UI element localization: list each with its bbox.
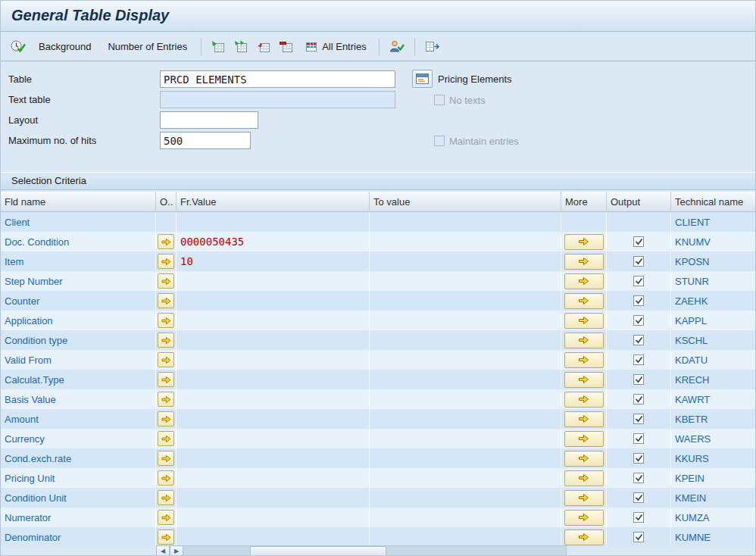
output-checkbox[interactable] xyxy=(633,374,644,385)
output-checkbox[interactable] xyxy=(633,315,644,326)
more-button[interactable] xyxy=(564,431,604,447)
number-of-entries-button[interactable]: Number of Entries xyxy=(101,37,194,56)
more-button[interactable] xyxy=(564,333,604,348)
output-checkbox[interactable] xyxy=(633,473,644,483)
scrollbar-thumb[interactable] xyxy=(250,546,386,556)
technical-name-link[interactable]: KAPPL xyxy=(675,315,707,326)
technical-name-link[interactable]: KPOSN xyxy=(675,256,710,267)
more-button[interactable] xyxy=(564,352,604,368)
more-button[interactable] xyxy=(564,470,604,486)
output-checkbox[interactable] xyxy=(633,256,644,267)
background-button[interactable]: Background xyxy=(32,37,98,56)
technical-name-link[interactable]: KPEIN xyxy=(675,473,704,484)
multiple-selection-button[interactable] xyxy=(158,313,174,328)
technical-name-link[interactable]: KMEIN xyxy=(675,492,706,504)
execute-button[interactable] xyxy=(7,36,29,56)
field-name-link[interactable]: Denominator xyxy=(5,532,61,543)
output-checkbox[interactable] xyxy=(633,355,644,365)
layout-input[interactable] xyxy=(160,111,258,129)
field-name-link[interactable]: Pricing Unit xyxy=(5,473,55,484)
output-checkbox[interactable] xyxy=(633,512,644,523)
multiple-selection-button[interactable] xyxy=(158,431,174,446)
multiple-selection-button[interactable] xyxy=(158,273,174,289)
select-all-icon[interactable] xyxy=(208,38,228,55)
field-name-link[interactable]: Basis Value xyxy=(5,394,56,405)
column-header-technical[interactable]: Technical name xyxy=(671,192,756,211)
technical-name-link[interactable]: KRECH xyxy=(675,374,710,386)
multiple-selection-button[interactable] xyxy=(158,392,174,407)
more-button[interactable] xyxy=(564,254,604,270)
output-checkbox[interactable] xyxy=(633,276,644,286)
multiple-selection-button[interactable] xyxy=(158,254,174,269)
output-checkbox[interactable] xyxy=(633,295,644,306)
scroll-right-button[interactable]: ▶ xyxy=(170,545,183,556)
scrollbar-track[interactable] xyxy=(183,545,567,556)
output-checkbox[interactable] xyxy=(633,236,644,247)
table-input[interactable] xyxy=(160,70,395,88)
field-name-link[interactable]: Amount xyxy=(5,414,39,425)
technical-name-link[interactable]: KSCHL xyxy=(675,335,708,346)
multiple-selection-button[interactable] xyxy=(158,352,174,367)
field-name-link[interactable]: Step Number xyxy=(5,276,63,287)
output-checkbox[interactable] xyxy=(633,492,644,503)
multiple-selection-button[interactable] xyxy=(158,451,174,466)
technical-name-link[interactable]: KKURS xyxy=(675,453,709,464)
multiple-selection-button[interactable] xyxy=(158,490,174,505)
technical-name-link[interactable]: KUMNE xyxy=(675,532,711,543)
max-hits-input[interactable] xyxy=(160,132,251,149)
from-value[interactable]: 0000050435 xyxy=(180,236,244,248)
field-name-link[interactable]: Valid From xyxy=(5,355,52,366)
output-checkbox[interactable] xyxy=(633,394,644,405)
field-name-link[interactable]: Currency xyxy=(5,433,45,445)
column-header-to[interactable]: To value xyxy=(370,192,561,211)
multiple-selection-button[interactable] xyxy=(158,411,174,426)
multiple-selection-button[interactable] xyxy=(158,510,174,525)
more-button[interactable] xyxy=(564,293,604,309)
technical-name-link[interactable]: KBETR xyxy=(675,414,708,425)
output-checkbox[interactable] xyxy=(633,433,644,444)
multiple-selection-button[interactable] xyxy=(158,470,174,486)
multiple-selection-button[interactable] xyxy=(158,293,174,308)
more-button[interactable] xyxy=(564,392,604,408)
user-settings-button[interactable] xyxy=(386,37,408,55)
field-name-link[interactable]: Condition type xyxy=(5,335,67,346)
output-checkbox[interactable] xyxy=(633,414,644,424)
scroll-left-button[interactable]: ◀ xyxy=(156,545,170,556)
field-name-link[interactable]: Item xyxy=(5,256,23,267)
more-button[interactable] xyxy=(564,372,604,388)
multiple-selection-button[interactable] xyxy=(158,372,174,387)
multiple-selection-button[interactable] xyxy=(158,333,174,348)
all-entries-button[interactable]: All Entries xyxy=(299,38,372,55)
field-name-link[interactable]: Doc. Condition xyxy=(5,236,69,248)
output-checkbox[interactable] xyxy=(633,532,644,542)
technical-name-link[interactable]: ZAEHK xyxy=(675,295,708,307)
from-value[interactable]: 10 xyxy=(180,255,193,267)
more-button[interactable] xyxy=(564,451,604,467)
field-name-link[interactable]: Cond.exch.rate xyxy=(5,453,71,464)
output-checkbox[interactable] xyxy=(633,453,644,464)
technical-name-link[interactable]: KUMZA xyxy=(675,512,710,523)
more-button[interactable] xyxy=(564,510,604,526)
multiple-selection-button[interactable] xyxy=(158,529,174,545)
more-button[interactable] xyxy=(564,490,604,506)
column-header-more[interactable]: More xyxy=(561,192,607,211)
field-name-link[interactable]: Client xyxy=(5,217,30,228)
column-header-output[interactable]: Output xyxy=(607,192,671,211)
more-button[interactable] xyxy=(564,313,604,329)
column-header-option[interactable]: O.. xyxy=(156,192,177,211)
more-button[interactable] xyxy=(564,411,604,427)
transfer-button[interactable] xyxy=(422,38,443,55)
technical-name-link[interactable]: KDATU xyxy=(675,355,708,366)
field-name-link[interactable]: Calculat.Type xyxy=(5,374,64,386)
field-name-link[interactable]: Application xyxy=(5,315,53,326)
technical-name-link[interactable]: WAERS xyxy=(675,433,711,445)
technical-name-link[interactable]: STUNR xyxy=(675,276,709,287)
select-block-icon[interactable] xyxy=(231,38,251,55)
technical-name-link[interactable]: CLIENT xyxy=(675,217,710,228)
more-button[interactable] xyxy=(564,273,604,289)
technical-name-link[interactable]: KNUMV xyxy=(675,236,711,248)
column-header-from[interactable]: Fr.Value xyxy=(177,192,370,211)
output-checkbox[interactable] xyxy=(633,335,644,345)
more-button[interactable] xyxy=(564,529,604,545)
column-header-field[interactable]: Fld name xyxy=(1,192,156,211)
